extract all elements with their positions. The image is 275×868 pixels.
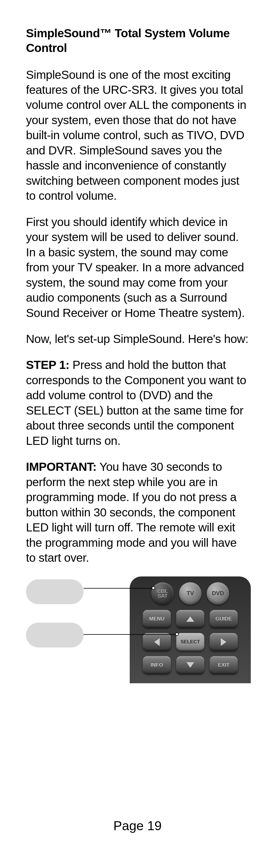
leader-line-1 <box>83 588 153 589</box>
important-text: You have 30 seconds to perform the next … <box>26 460 237 564</box>
arrow-down-icon <box>186 662 194 668</box>
leader-dot-2 <box>175 632 179 636</box>
remote-down-button <box>176 656 204 674</box>
remote-exit-button: EXIT <box>210 656 238 674</box>
remote-up-button <box>176 610 204 628</box>
page-number: Page 19 <box>0 818 275 833</box>
remote-right-button <box>210 633 238 651</box>
remote-illustration: CBLSAT TV DVD MENU GUIDE SELECT INFO EXI… <box>130 577 251 683</box>
important-paragraph: IMPORTANT: You have 30 seconds to perfor… <box>26 459 249 565</box>
remote-info-button: INFO <box>143 656 171 674</box>
step-1-label: STEP 1: <box>26 358 69 372</box>
arrow-left-icon <box>154 638 160 646</box>
callout-bubble-1 <box>26 579 83 604</box>
step-1-paragraph: STEP 1: Press and hold the button that c… <box>26 358 249 448</box>
remote-select-button: SELECT <box>176 633 204 651</box>
section-heading: SimpleSound™ Total System Volume Control <box>26 26 249 56</box>
remote-guide-button: GUIDE <box>210 610 238 628</box>
intro-paragraph-3: Now, let's set-up SimpleSound. Here's ho… <box>26 331 249 346</box>
arrow-right-icon <box>221 638 227 646</box>
remote-menu-button: MENU <box>143 610 171 628</box>
remote-left-button <box>143 633 171 651</box>
important-label: IMPORTANT: <box>26 460 97 473</box>
arrow-up-icon <box>186 616 194 622</box>
callout-bubble-2 <box>26 623 83 648</box>
remote-tv-button: TV <box>179 582 202 605</box>
leader-dot-1 <box>151 586 155 590</box>
remote-figure: CBLSAT TV DVD MENU GUIDE SELECT INFO EXI… <box>26 577 249 692</box>
remote-cbl-sat-button: CBLSAT <box>151 582 174 605</box>
intro-paragraph-1: SimpleSound is one of the most exciting … <box>26 67 249 204</box>
intro-paragraph-2: First you should identify which device i… <box>26 215 249 320</box>
leader-line-2 <box>83 634 176 635</box>
remote-dvd-button: DVD <box>207 582 229 605</box>
step-1-text: Press and hold the button that correspon… <box>26 358 246 447</box>
